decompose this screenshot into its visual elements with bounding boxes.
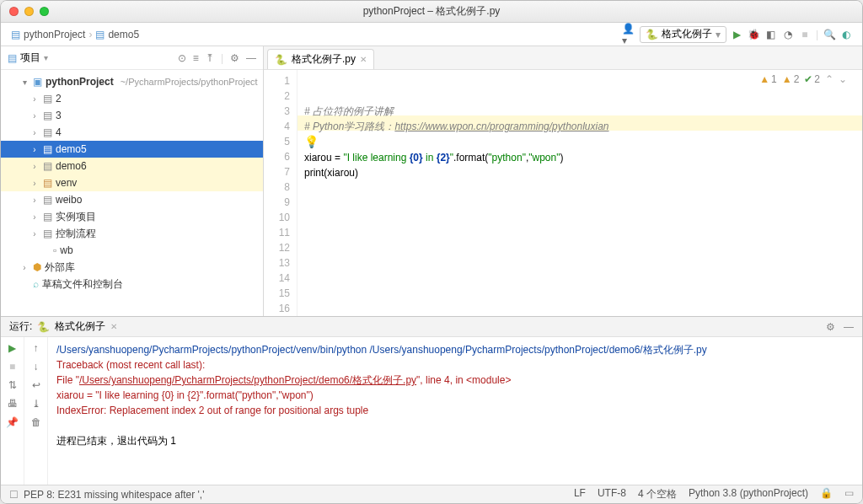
- tree-folder-selected[interactable]: ›▤demo5: [1, 141, 263, 158]
- inspection-indicators[interactable]: ▲1 ▲2 ✔2 ⌃⌄: [759, 73, 847, 85]
- chevron-down-icon: ▾: [716, 29, 721, 40]
- run-config-selector[interactable]: 🐍 格式化例子 ▾: [640, 26, 726, 43]
- close-icon[interactable]: ✕: [110, 322, 117, 331]
- updates-icon[interactable]: ◐: [840, 29, 852, 40]
- stop-button[interactable]: ■: [9, 361, 15, 373]
- breadcrumb[interactable]: ▤ pythonProject › ▤ demo5: [11, 29, 139, 40]
- run-button[interactable]: ▶: [732, 29, 743, 40]
- notifications-icon[interactable]: ▭: [844, 487, 854, 501]
- run-tool-window: 运行: 🐍 格式化例子 ✕ ⚙ — ▶ ■ ⇅ 🖶 📌 ↑ ↓ ↩ ⤓ 🗑 /U…: [1, 316, 862, 485]
- tree-folder[interactable]: ›▤demo6: [1, 158, 263, 174]
- intention-bulb-icon[interactable]: 💡: [304, 135, 319, 148]
- project-icon: ▤: [8, 52, 17, 64]
- editor-tabs: 🐍 格式化例子.py ✕: [264, 46, 862, 70]
- tree-folder[interactable]: ›▤控制流程: [1, 225, 263, 242]
- wrap-icon[interactable]: ↩: [32, 379, 40, 391]
- tree-scratches[interactable]: ⌕草稿文件和控制台: [1, 276, 263, 292]
- tree-folder[interactable]: ›▤3: [1, 107, 263, 124]
- warning-icon: ▲: [759, 73, 769, 85]
- project-tree[interactable]: ▾▣pythonProject~/PycharmProjects/pythonP…: [1, 70, 263, 316]
- project-panel-title: 项目: [20, 51, 40, 65]
- chevron-down-icon[interactable]: ▾: [44, 53, 48, 62]
- tree-folder[interactable]: ›▤4: [1, 124, 263, 141]
- clear-icon[interactable]: 🗑: [31, 416, 41, 428]
- project-panel-header: ▤ 项目 ▾ ⊙ ≡ ⤒ | ⚙ —: [1, 46, 263, 70]
- pin-icon[interactable]: 📌: [6, 416, 19, 428]
- python-file-icon: 🐍: [646, 29, 658, 40]
- window-titlebar: pythonProject – 格式化例子.py: [1, 1, 862, 23]
- tree-folder[interactable]: ›▤实例项目: [1, 208, 263, 225]
- select-opened-icon[interactable]: ⊙: [178, 52, 186, 64]
- code-editor[interactable]: 12345678910111213141516171819 # 占位符的例子讲解…: [264, 70, 862, 316]
- breadcrumb-folder[interactable]: demo5: [108, 29, 139, 40]
- tree-folder[interactable]: ›▤2: [1, 90, 263, 107]
- debug-button[interactable]: 🐞: [748, 29, 760, 40]
- tree-root[interactable]: ▾▣pythonProject~/PycharmProjects/pythonP…: [1, 73, 263, 90]
- collapse-all-icon[interactable]: ⤒: [206, 52, 214, 64]
- lock-icon[interactable]: 🔒: [820, 487, 833, 501]
- run-toolbar-left: ▶ ■ ⇅ 🖶 📌: [1, 337, 24, 485]
- window-title: pythonProject – 格式化例子.py: [1, 4, 862, 19]
- scroll-icon[interactable]: ⤓: [32, 398, 40, 410]
- gear-icon[interactable]: ⚙: [230, 52, 239, 64]
- navigation-bar: ▤ pythonProject › ▤ demo5 👤▾ 🐍 格式化例子 ▾ ▶…: [1, 23, 862, 46]
- todo-icon[interactable]: ☐: [9, 489, 19, 501]
- stop-button[interactable]: ■: [799, 29, 811, 40]
- encoding[interactable]: UTF-8: [598, 487, 626, 501]
- interpreter[interactable]: Python 3.8 (pythonProject): [689, 487, 808, 501]
- run-config-name: 格式化例子: [662, 27, 712, 41]
- indent[interactable]: 4 个空格: [638, 487, 677, 501]
- python-file-icon: 🐍: [275, 54, 287, 66]
- tree-folder[interactable]: ›▤weibo: [1, 191, 263, 208]
- layout-icon[interactable]: ⇅: [8, 379, 17, 391]
- close-tab-icon[interactable]: ✕: [360, 55, 367, 64]
- warning-icon: ▲: [782, 73, 792, 85]
- run-toolbar-nav: ↑ ↓ ↩ ⤓ 🗑: [24, 337, 48, 485]
- gear-icon[interactable]: ⚙: [826, 321, 835, 333]
- line-separator[interactable]: LF: [574, 487, 586, 501]
- run-panel-label: 运行:: [9, 319, 32, 334]
- breadcrumb-root[interactable]: pythonProject: [24, 29, 85, 40]
- hide-panel-icon[interactable]: —: [246, 52, 256, 64]
- project-tool-window: ▤ 项目 ▾ ⊙ ≡ ⤒ | ⚙ — ▾▣pythonProject~/Pych…: [1, 46, 264, 316]
- check-icon: ✔: [804, 73, 812, 85]
- tab-filename: 格式化例子.py: [292, 52, 356, 67]
- expand-all-icon[interactable]: ≡: [193, 52, 199, 64]
- tree-external-libraries[interactable]: ›⬢外部库: [1, 259, 263, 276]
- tree-file[interactable]: ▫wb: [1, 242, 263, 259]
- chevron-right-icon: ›: [88, 29, 92, 40]
- down-icon[interactable]: ↓: [34, 361, 39, 373]
- status-bar: ☐ PEP 8: E231 missing whitespace after '…: [1, 485, 862, 503]
- code-content[interactable]: # 占位符的例子讲解 # Python学习路线：https://www.wpon…: [297, 70, 862, 316]
- profile-button[interactable]: ◔: [782, 29, 794, 40]
- hide-panel-icon[interactable]: —: [844, 321, 854, 333]
- python-file-icon: 🐍: [37, 321, 50, 333]
- folder-icon: ▤: [11, 29, 20, 40]
- up-icon[interactable]: ↑: [34, 342, 39, 354]
- run-panel-tab[interactable]: 格式化例子: [55, 319, 105, 334]
- rerun-button[interactable]: ▶: [8, 342, 16, 354]
- search-icon[interactable]: 🔍: [823, 29, 835, 40]
- user-icon[interactable]: 👤▾: [623, 29, 635, 40]
- toolbar-right: 👤▾ 🐍 格式化例子 ▾ ▶ 🐞 ◧ ◔ ■ | 🔍 ◐: [623, 26, 852, 43]
- console-output[interactable]: /Users/yanshuopeng/PycharmProjects/pytho…: [48, 337, 862, 485]
- editor-area: 🐍 格式化例子.py ✕ 123456789101112131415161718…: [264, 46, 862, 316]
- tree-folder[interactable]: ›▤venv: [1, 174, 263, 191]
- gutter: 12345678910111213141516171819: [264, 70, 297, 316]
- editor-tab[interactable]: 🐍 格式化例子.py ✕: [267, 49, 374, 69]
- status-message[interactable]: PEP 8: E231 missing whitespace after ',': [24, 489, 204, 501]
- print-icon[interactable]: 🖶: [8, 398, 18, 410]
- coverage-button[interactable]: ◧: [765, 29, 777, 40]
- folder-icon: ▤: [95, 29, 105, 40]
